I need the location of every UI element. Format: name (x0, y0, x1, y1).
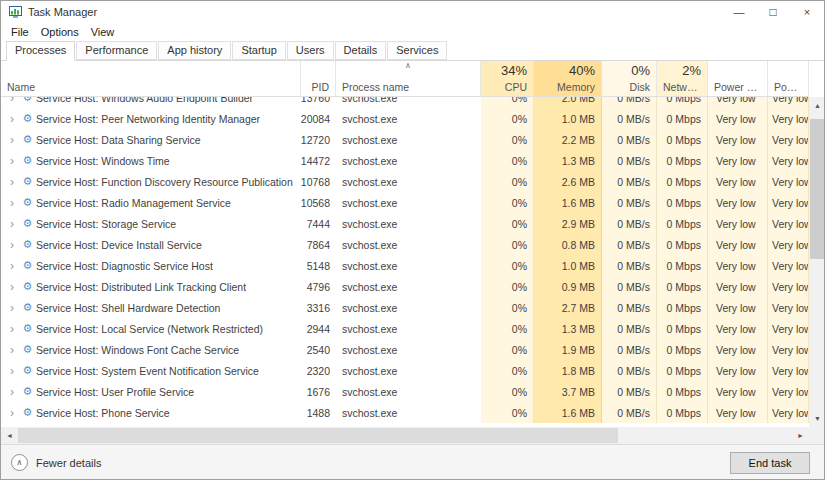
process-name: Service Host: System Event Notification … (36, 365, 259, 377)
expand-chevron-icon[interactable]: › (5, 175, 19, 189)
power-usage-cell: Very low (708, 129, 768, 150)
fewer-details-toggle[interactable]: ∧ Fewer details (11, 454, 101, 471)
column-header-cpu[interactable]: 34% CPU (481, 61, 534, 96)
column-header-pid[interactable]: PID (301, 61, 336, 96)
table-row[interactable]: ›⚙Service Host: System Event Notificatio… (1, 360, 809, 381)
scroll-up-icon[interactable]: ▲ (809, 97, 825, 114)
scroll-left-icon[interactable]: ◄ (1, 427, 18, 444)
expand-chevron-icon[interactable]: › (5, 133, 19, 147)
column-header-power-usage[interactable]: Power usage (708, 61, 768, 96)
table-row[interactable]: ›⚙Service Host: Phone Service1488svchost… (1, 402, 809, 423)
power-usage-cell: Very low (708, 318, 768, 339)
table-row[interactable]: ›⚙Service Host: Peer Networking Identity… (1, 108, 809, 129)
cpu-cell: 0% (481, 129, 534, 150)
expand-chevron-icon[interactable]: › (5, 217, 19, 231)
horizontal-scrollbar[interactable]: ◄ ► (1, 427, 809, 444)
process-exe-cell: svchost.exe (336, 339, 481, 360)
table-row[interactable]: ›⚙Service Host: Data Sharing Service1272… (1, 129, 809, 150)
expand-chevron-icon[interactable]: › (5, 259, 19, 273)
memory-total-percent: 40% (540, 63, 595, 78)
column-header-name[interactable]: Name (1, 61, 301, 96)
close-button[interactable]: × (790, 1, 824, 23)
tab-processes[interactable]: Processes (6, 41, 75, 61)
process-name-cell: ›⚙Service Host: Device Install Service (1, 234, 301, 255)
horizontal-scrollbar-thumb[interactable] (18, 428, 618, 443)
power-trend-cell: Very low (768, 171, 809, 192)
table-row[interactable]: ›⚙Service Host: Windows Audio Endpoint B… (1, 97, 809, 108)
network-cell: 0 Mbps (657, 297, 708, 318)
column-header-process-name[interactable]: ∧ Process name (336, 61, 481, 96)
process-exe-cell: svchost.exe (336, 234, 481, 255)
column-header-network[interactable]: 2% Network (657, 61, 708, 96)
footer-bar: ∧ Fewer details End task (1, 444, 824, 480)
expand-chevron-icon[interactable]: › (5, 343, 19, 357)
table-row[interactable]: ›⚙Service Host: Function Discovery Resou… (1, 171, 809, 192)
menu-options[interactable]: Options (35, 25, 85, 39)
memory-cell: 3.7 MB (534, 381, 602, 402)
scroll-right-icon[interactable]: ► (792, 427, 809, 444)
maximize-button[interactable]: □ (756, 1, 790, 23)
expand-chevron-icon[interactable]: › (5, 154, 19, 168)
memory-cell: 2.6 MB (534, 171, 602, 192)
tab-app-history[interactable]: App history (158, 41, 231, 60)
disk-cell: 0 MB/s (602, 318, 657, 339)
vertical-scrollbar-thumb[interactable] (810, 119, 825, 259)
table-row[interactable]: ›⚙Service Host: Diagnostic Service Host5… (1, 255, 809, 276)
table-row[interactable]: ›⚙Service Host: Shell Hardware Detection… (1, 297, 809, 318)
expand-chevron-icon[interactable]: › (5, 385, 19, 399)
end-task-button[interactable]: End task (730, 452, 810, 474)
vertical-scrollbar[interactable]: ▲ ▼ (809, 97, 825, 427)
table-row[interactable]: ›⚙Service Host: Storage Service7444svcho… (1, 213, 809, 234)
expand-chevron-icon[interactable]: › (5, 97, 19, 105)
tab-users[interactable]: Users (287, 41, 334, 60)
service-gear-icon: ⚙ (19, 217, 36, 230)
process-name-cell: ›⚙Service Host: Phone Service (1, 402, 301, 423)
column-header-memory[interactable]: 40% Memory (534, 61, 602, 96)
table-row[interactable]: ›⚙Service Host: Windows Font Cache Servi… (1, 339, 809, 360)
expand-chevron-icon[interactable]: › (5, 280, 19, 294)
column-header-power-usage-trend[interactable]: Power usage (768, 61, 809, 96)
process-name: Service Host: Function Discovery Resourc… (36, 176, 293, 188)
expand-chevron-icon[interactable]: › (5, 196, 19, 210)
process-name-cell: ›⚙Service Host: Shell Hardware Detection (1, 297, 301, 318)
memory-cell: 1.0 MB (534, 255, 602, 276)
table-row[interactable]: ›⚙Service Host: Distributed Link Trackin… (1, 276, 809, 297)
power-trend-cell: Very low (768, 255, 809, 276)
expand-chevron-icon[interactable]: › (5, 238, 19, 252)
table-row[interactable]: ›⚙Service Host: Local Service (Network R… (1, 318, 809, 339)
service-gear-icon: ⚙ (19, 343, 36, 356)
scroll-down-icon[interactable]: ▼ (809, 410, 825, 427)
table-row[interactable]: ›⚙Service Host: Windows Time14472svchost… (1, 150, 809, 171)
process-name: Service Host: Windows Font Cache Service (36, 344, 239, 356)
disk-cell: 0 MB/s (602, 171, 657, 192)
pid-cell: 10568 (301, 192, 336, 213)
process-name-cell: ›⚙Service Host: Function Discovery Resou… (1, 171, 301, 192)
process-name: Service Host: Local Service (Network Res… (36, 323, 263, 335)
service-gear-icon: ⚙ (19, 280, 36, 293)
table-row[interactable]: ›⚙Service Host: Radio Management Service… (1, 192, 809, 213)
power-usage-cell: Very low (708, 297, 768, 318)
memory-cell: 1.8 MB (534, 360, 602, 381)
menu-view[interactable]: View (85, 25, 121, 39)
expand-chevron-icon[interactable]: › (5, 112, 19, 126)
process-table-body: ›⚙Service Host: Windows Audio Endpoint B… (1, 97, 809, 423)
column-header-disk[interactable]: 0% Disk (602, 61, 657, 96)
tab-details[interactable]: Details (335, 41, 387, 60)
tab-services[interactable]: Services (387, 41, 447, 60)
table-row[interactable]: ›⚙Service Host: User Profile Service1676… (1, 381, 809, 402)
tab-performance[interactable]: Performance (76, 41, 157, 60)
process-exe-cell: svchost.exe (336, 150, 481, 171)
expand-chevron-icon[interactable]: › (5, 406, 19, 420)
expand-chevron-icon[interactable]: › (5, 301, 19, 315)
table-row[interactable]: ›⚙Service Host: Device Install Service78… (1, 234, 809, 255)
menu-file[interactable]: File (5, 25, 35, 39)
service-gear-icon: ⚙ (19, 364, 36, 377)
memory-cell: 2.2 MB (534, 129, 602, 150)
expand-chevron-icon[interactable]: › (5, 364, 19, 378)
process-table: ›⚙Service Host: Windows Audio Endpoint B… (1, 97, 809, 427)
tab-startup[interactable]: Startup (232, 41, 285, 60)
process-exe-cell: svchost.exe (336, 213, 481, 234)
expand-chevron-icon[interactable]: › (5, 322, 19, 336)
process-exe-cell: svchost.exe (336, 255, 481, 276)
minimize-button[interactable]: — (722, 1, 756, 23)
